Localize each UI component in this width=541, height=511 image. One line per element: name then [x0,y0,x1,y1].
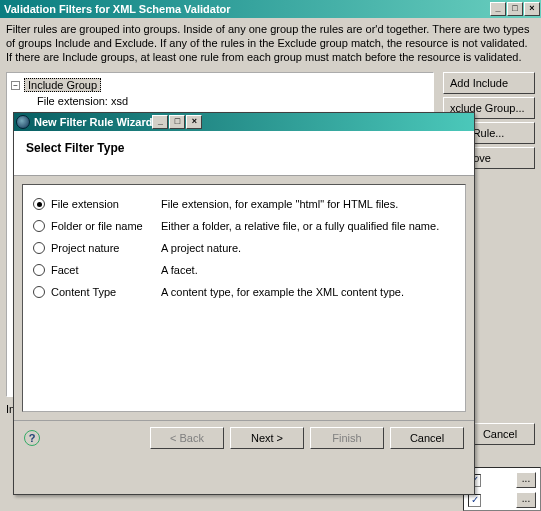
radio-desc: A content type, for example the XML cont… [161,286,404,298]
wizard-window-controls: _ □ × [152,115,202,129]
add-include-group-button[interactable]: Add Include Group... [443,72,535,94]
wizard-body: File extensionFile extension, for exampl… [22,184,466,412]
radio-desc: File extension, for example "html" for H… [161,198,398,210]
radio-label: Facet [51,264,161,276]
tree-root-row[interactable]: − Include Group [11,77,429,93]
radio-row-1[interactable]: Folder or file nameEither a folder, a re… [33,215,455,237]
wizard-minimize-icon[interactable]: _ [152,115,168,129]
radio-button[interactable] [33,264,45,276]
description-text: Filter rules are grouped into groups. In… [0,18,541,72]
close-icon[interactable]: × [524,2,540,16]
check-row-1: ✓ ... [468,472,536,488]
wizard-cancel-button[interactable]: Cancel [390,427,464,449]
browse-button-2[interactable]: ... [516,492,536,508]
tree-child-row[interactable]: File extension: xsd [37,93,429,109]
radio-row-3[interactable]: FacetA facet. [33,259,455,281]
wizard-titlebar: New Filter Rule Wizard _ □ × [14,113,474,131]
radio-desc: Either a folder, a relative file, or a f… [161,220,439,232]
maximize-icon[interactable]: □ [507,2,523,16]
window-controls: _ □ × [490,2,540,16]
radio-desc: A facet. [161,264,198,276]
wizard-header: Select Filter Type [14,131,474,176]
main-title: Validation Filters for XML Schema Valida… [4,3,231,15]
minimize-icon[interactable]: _ [490,2,506,16]
check-row-2: ✓ ... [468,492,536,508]
eclipse-icon [16,115,30,129]
main-cancel-button[interactable]: Cancel [465,423,535,445]
radio-label: Folder or file name [51,220,161,232]
help-icon[interactable]: ? [24,430,40,446]
wizard-dialog: New Filter Rule Wizard _ □ × Select Filt… [13,112,475,495]
wizard-heading: Select Filter Type [26,141,462,155]
tree-root-label[interactable]: Include Group [24,78,101,92]
tree-child-label: File extension: xsd [37,95,128,107]
next-button[interactable]: Next > [230,427,304,449]
radio-button[interactable] [33,286,45,298]
radio-label: File extension [51,198,161,210]
radio-button[interactable] [33,220,45,232]
browse-button-1[interactable]: ... [516,472,536,488]
back-button[interactable]: < Back [150,427,224,449]
checkbox-2[interactable]: ✓ [468,494,481,507]
finish-button[interactable]: Finish [310,427,384,449]
radio-row-0[interactable]: File extensionFile extension, for exampl… [33,193,455,215]
radio-desc: A project nature. [161,242,241,254]
radio-button[interactable] [33,198,45,210]
wizard-footer: ? < Back Next > Finish Cancel [14,420,474,455]
radio-row-2[interactable]: Project natureA project nature. [33,237,455,259]
wizard-maximize-icon[interactable]: □ [169,115,185,129]
wizard-title: New Filter Rule Wizard [34,116,152,128]
main-titlebar: Validation Filters for XML Schema Valida… [0,0,541,18]
radio-label: Content Type [51,286,161,298]
radio-label: Project nature [51,242,161,254]
wizard-close-icon[interactable]: × [186,115,202,129]
radio-row-4[interactable]: Content TypeA content type, for example … [33,281,455,303]
collapse-icon[interactable]: − [11,81,20,90]
radio-button[interactable] [33,242,45,254]
